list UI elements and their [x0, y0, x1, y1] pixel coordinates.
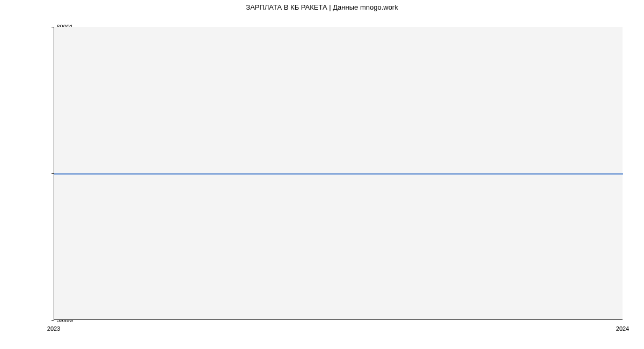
- plot-area: [54, 27, 623, 320]
- data-line: [54, 173, 623, 174]
- x-tick-label: 2023: [47, 325, 60, 332]
- y-tick-mark: [52, 320, 54, 321]
- chart-title: ЗАРПЛАТА В КБ РАКЕТА | Данные mnogo.work: [0, 3, 644, 11]
- x-tick-label: 2024: [616, 325, 629, 332]
